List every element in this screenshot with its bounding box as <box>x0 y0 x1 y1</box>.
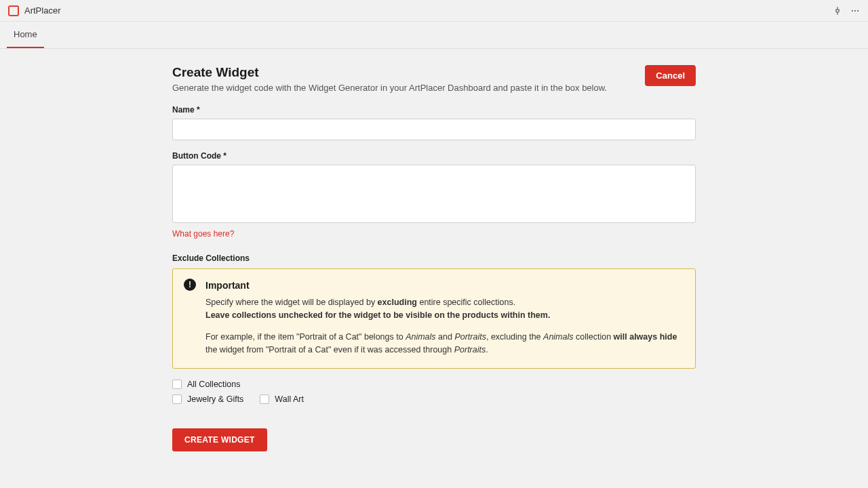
checkbox-icon[interactable] <box>172 394 182 404</box>
top-bar: ArtPlacer <box>0 0 868 22</box>
help-link[interactable]: What goes here? <box>172 229 234 239</box>
page-title: Create Widget <box>172 65 607 80</box>
checkbox-icon[interactable] <box>172 380 182 389</box>
app-name: ArtPlacer <box>24 5 60 16</box>
important-alert: ! Important Specify where the widget wil… <box>172 268 696 369</box>
alert-title: Important <box>205 280 684 291</box>
name-input[interactable] <box>172 119 696 140</box>
exclude-collections-label: Exclude Collections <box>172 253 696 263</box>
checkbox-label: Wall Art <box>275 394 304 404</box>
svg-point-2 <box>857 9 859 11</box>
cancel-button[interactable]: Cancel <box>645 65 696 86</box>
alert-body: Specify where the widget will be display… <box>205 296 684 357</box>
more-icon[interactable] <box>850 6 860 16</box>
page-subtitle: Generate the widget code with the Widget… <box>172 83 607 93</box>
app-logo <box>8 5 19 16</box>
button-code-input[interactable] <box>172 165 696 223</box>
svg-point-1 <box>854 9 856 11</box>
checkbox-label: All Collections <box>187 380 241 389</box>
tab-bar: Home <box>0 22 868 49</box>
tab-home[interactable]: Home <box>7 22 44 48</box>
button-code-label: Button Code * <box>172 151 696 161</box>
checkbox-all-collections[interactable]: All Collections <box>172 380 696 389</box>
checkbox-jewelry[interactable]: Jewelry & Gifts <box>172 394 243 404</box>
name-label: Name * <box>172 105 696 115</box>
checkbox-label: Jewelry & Gifts <box>187 394 243 404</box>
checkbox-icon[interactable] <box>260 394 269 404</box>
create-widget-button[interactable]: CREATE WIDGET <box>172 428 267 451</box>
checkbox-wallart[interactable]: Wall Art <box>260 394 304 404</box>
alert-icon: ! <box>184 279 196 291</box>
pin-icon[interactable] <box>833 6 842 16</box>
svg-point-0 <box>852 9 853 11</box>
